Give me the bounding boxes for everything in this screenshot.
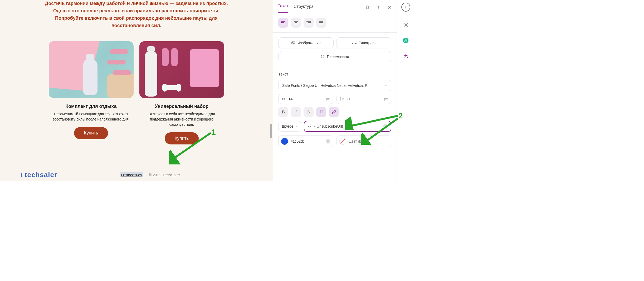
scrollbar[interactable] xyxy=(270,0,273,181)
insert-image-button[interactable]: Изображение xyxy=(278,37,334,48)
link-icon xyxy=(332,110,336,114)
product-title: Комплект для отдыха xyxy=(49,104,134,109)
clear-color-icon[interactable]: ✕ xyxy=(326,139,330,144)
add-button[interactable] xyxy=(401,3,410,12)
ai-badge[interactable]: AI xyxy=(403,38,408,43)
copyright-text: © 2022 TechSaler xyxy=(149,173,180,177)
ai-sparkle-button[interactable] xyxy=(401,52,410,61)
italic-button[interactable]: I xyxy=(291,107,301,117)
clear-link-icon[interactable]: ✕ xyxy=(383,124,388,129)
product-card-1: Комплект для отдыха Незаменимый помощник… xyxy=(49,41,134,145)
product-title: Универсальный набор xyxy=(139,104,224,109)
product-desc: Включает в себя всё необходимое для подд… xyxy=(140,111,224,127)
brand-name: techsaler xyxy=(25,171,57,179)
intro-paragraph: Достичь гармонии между работой и личной … xyxy=(44,0,229,29)
right-rail: AI xyxy=(397,0,414,181)
svg-text:T: T xyxy=(284,98,285,101)
link-button[interactable] xyxy=(329,107,339,117)
align-center-button[interactable] xyxy=(291,18,301,28)
quotes-icon: « » xyxy=(352,41,357,45)
braces-icon xyxy=(320,54,325,59)
text-color-input[interactable]: ✕ xyxy=(278,136,333,147)
svg-point-18 xyxy=(405,24,407,26)
bg-color-swatch[interactable] xyxy=(339,138,346,145)
link-icon xyxy=(308,124,311,128)
tab-structure[interactable]: Структура xyxy=(294,2,314,13)
product-image-2 xyxy=(139,41,224,98)
settings-button[interactable] xyxy=(401,21,410,29)
unsubscribe-link[interactable]: Отписаться xyxy=(120,172,143,177)
product-image-1 xyxy=(49,41,134,98)
image-icon xyxy=(291,41,295,45)
chevron-down-icon xyxy=(384,84,387,87)
close-icon[interactable] xyxy=(387,5,392,10)
font-size-icon: TT xyxy=(282,97,286,101)
strikethrough-button[interactable]: S xyxy=(304,107,314,117)
link-type-select[interactable]: Другое xyxy=(278,121,301,132)
plus-icon xyxy=(404,5,408,9)
logo-mark-icon: t xyxy=(21,172,23,178)
buy-button[interactable]: Купить xyxy=(74,127,108,139)
scrollbar-thumb[interactable] xyxy=(270,124,272,138)
annotation-number-2: 2 xyxy=(398,111,403,120)
link-url-input[interactable]: ✕ xyxy=(304,121,391,132)
align-left-button[interactable] xyxy=(278,18,288,28)
line-height-icon: T xyxy=(340,97,344,101)
product-desc: Незаменимый помощник для тех, кто хочет … xyxy=(49,111,133,122)
annotation-number-1: 1 xyxy=(211,128,216,137)
svg-text:T: T xyxy=(342,98,343,101)
align-justify-button[interactable] xyxy=(316,18,326,28)
chevron-down-icon xyxy=(295,125,298,128)
delete-icon[interactable] xyxy=(365,5,370,10)
brand-logo: t techsaler xyxy=(21,171,57,179)
bold-button[interactable]: B xyxy=(278,107,288,117)
gear-icon xyxy=(403,22,409,28)
text-color-swatch[interactable] xyxy=(281,138,288,145)
line-height-input[interactable]: T px xyxy=(336,94,392,104)
tab-text[interactable]: Текст xyxy=(278,2,288,13)
properties-sidebar: Текст Структура xyxy=(273,0,397,181)
bg-color-input[interactable] xyxy=(336,136,392,147)
align-right-button[interactable] xyxy=(304,18,314,28)
font-size-input[interactable]: TT px xyxy=(278,94,333,104)
buy-button[interactable]: Купить xyxy=(165,132,199,144)
sparkle-icon xyxy=(403,53,409,59)
move-up-icon[interactable] xyxy=(376,5,381,10)
svg-text:T: T xyxy=(282,97,284,101)
underline-button[interactable]: U xyxy=(316,107,326,117)
text-section-label: Текст xyxy=(278,72,391,76)
font-family-select[interactable]: Safe Fonts / Segoe UI, Helvetica Neue, H… xyxy=(278,80,391,91)
email-canvas: Достичь гармонии между работой и личной … xyxy=(0,0,273,181)
typograf-button[interactable]: « » Типограф xyxy=(336,37,392,48)
variables-button[interactable]: Переменные xyxy=(278,51,391,62)
